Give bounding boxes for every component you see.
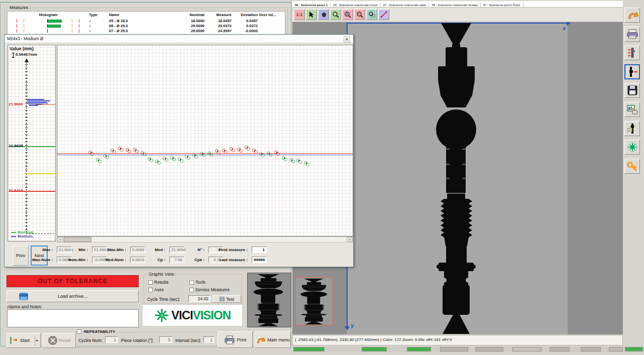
- data-point[interactable]: [111, 149, 117, 154]
- data-point[interactable]: [282, 156, 288, 162]
- part-preview-left[interactable]: [247, 273, 291, 327]
- zoom-out-button[interactable]: [354, 9, 365, 20]
- checkbox-axes[interactable]: Axes: [148, 287, 164, 292]
- alarms-notes-textarea[interactable]: [7, 309, 139, 327]
- data-point[interactable]: [88, 151, 95, 156]
- diagonal-line-icon: [380, 11, 387, 18]
- data-point[interactable]: [103, 154, 110, 160]
- data-point[interactable]: [133, 148, 140, 154]
- tab-00[interactable]: 00 - Scansione pezzo 1: [292, 3, 331, 7]
- print-icon-button[interactable]: [624, 27, 640, 42]
- tab-35[interactable]: 35 - Scansione rotazionale fresata: [429, 3, 480, 7]
- table-row[interactable]: ⌀07 - Ø 25.025.000024.9997-0.0003: [8, 29, 285, 34]
- data-point[interactable]: [252, 149, 259, 154]
- vici-about-button[interactable]: [624, 140, 640, 155]
- tools-button[interactable]: [624, 121, 640, 136]
- tolerance-mark: [24, 19, 24, 23]
- one-to-one-button[interactable]: 1:1: [294, 9, 305, 20]
- zoom-in-button[interactable]: [342, 9, 353, 20]
- data-point[interactable]: [163, 157, 169, 162]
- data-point[interactable]: [259, 152, 266, 158]
- scrollbar-thumb[interactable]: [64, 237, 91, 242]
- data-point[interactable]: [207, 152, 214, 157]
- checkbox-tools[interactable]: Tools: [189, 280, 205, 285]
- interval-field[interactable]: 1: [203, 336, 214, 343]
- chart-horizontal-scrollbar[interactable]: ‹ ›: [57, 236, 353, 243]
- tolerance-mark: [72, 19, 72, 23]
- scale-value-label: 0.00467mm: [16, 52, 37, 57]
- select-cursor-button[interactable]: [306, 9, 317, 20]
- data-point[interactable]: [200, 152, 206, 158]
- data-point[interactable]: [96, 158, 102, 164]
- results-button[interactable]: [624, 102, 640, 117]
- data-point[interactable]: [192, 154, 199, 159]
- statistics-panel: Prev Next Max :21.9691Min :21.9602Max-Mi…: [6, 244, 353, 267]
- main-menu-button[interactable]: Main menu: [255, 331, 291, 348]
- data-point[interactable]: [237, 148, 244, 153]
- start-dropdown-arrow[interactable]: ▸: [35, 335, 39, 345]
- data-point[interactable]: [267, 152, 273, 157]
- tab-37[interactable]: 37 - Scansione pezzo Posiz: [481, 3, 523, 7]
- stat-field-firstmeasure[interactable]: 1: [252, 247, 267, 253]
- test-button[interactable]: Test: [212, 295, 241, 303]
- cycles-num-field[interactable]: 1: [105, 336, 118, 343]
- point-dot: [143, 153, 144, 154]
- tab-25[interactable]: 25 - Scansione rotazionale Circol: [331, 3, 380, 7]
- point-dot: [180, 159, 181, 160]
- data-point[interactable]: [148, 157, 154, 163]
- data-point[interactable]: [126, 148, 132, 154]
- checkbox-box[interactable]: [148, 288, 153, 292]
- table-row[interactable]: ⌀06 - Ø 29.029.000029.03720.0372: [8, 24, 285, 29]
- start-button[interactable]: Start ▸: [7, 333, 41, 348]
- svg-text:V: V: [161, 314, 163, 317]
- checkbox-service-measures[interactable]: Service Measures: [189, 287, 230, 292]
- scroll-left-arrow[interactable]: ‹: [57, 237, 63, 242]
- data-point[interactable]: [118, 147, 125, 152]
- scroll-right-arrow[interactable]: ›: [347, 237, 353, 242]
- repeatability-label: REPEATABILITY: [83, 329, 116, 334]
- data-point[interactable]: [245, 146, 251, 151]
- zoom-window-button[interactable]: [366, 9, 377, 20]
- tab-27[interactable]: 27 - Scansione rotazionale dado: [380, 3, 429, 7]
- measure-line-button[interactable]: [378, 9, 389, 20]
- dialog-title-bar[interactable]: M24x3 - Medium Ø ×: [5, 35, 353, 43]
- measures-table[interactable]: HistogramTypeNameNominalMeasureDeviation…: [7, 11, 285, 36]
- stat-field-lastmeasure[interactable]: 99999: [252, 257, 267, 263]
- data-point[interactable]: [296, 159, 303, 164]
- table-row[interactable]: ⌀05 - Ø 18.018.000018.04570.0457: [8, 19, 285, 24]
- start-measure-button[interactable]: [624, 64, 640, 79]
- reset-button[interactable]: Reset: [43, 333, 76, 348]
- data-point[interactable]: [170, 156, 177, 162]
- cell-deviation: -0.0003: [233, 29, 258, 33]
- repeatability-checkbox[interactable]: [77, 329, 81, 334]
- save-button[interactable]: [624, 83, 640, 98]
- checkbox-box[interactable]: [189, 280, 194, 285]
- measures-list-button[interactable]: [624, 45, 640, 60]
- zoom-button[interactable]: [330, 9, 341, 20]
- load-archive-button[interactable]: Load archive...: [7, 290, 139, 302]
- checkbox-box[interactable]: [189, 288, 194, 292]
- cell-nominal: 25.0000: [176, 29, 204, 33]
- print-button[interactable]: Print: [218, 331, 253, 348]
- cell-deviation: 0.0372: [233, 24, 258, 28]
- access-key-button[interactable]: [624, 159, 640, 174]
- piece-rotation-field[interactable]: 0: [159, 336, 172, 343]
- dialog-close-button[interactable]: ×: [344, 36, 350, 43]
- data-point[interactable]: [274, 151, 281, 156]
- trend-chart[interactable]: [57, 45, 353, 236]
- data-point[interactable]: [155, 160, 162, 165]
- data-point[interactable]: [289, 158, 296, 164]
- alarms-label: Alarms and Notes:: [7, 304, 42, 309]
- data-point[interactable]: [185, 155, 191, 160]
- checkbox-box[interactable]: [148, 280, 153, 285]
- main-menu-icon-button[interactable]: [624, 8, 640, 23]
- data-point[interactable]: [304, 161, 310, 167]
- pan-hand-button[interactable]: [318, 9, 329, 20]
- data-point[interactable]: [178, 158, 184, 163]
- data-point[interactable]: [141, 151, 147, 157]
- checkbox-results[interactable]: Results: [148, 280, 168, 285]
- data-point[interactable]: [222, 149, 229, 154]
- part-preview-selected[interactable]: [295, 277, 333, 325]
- data-point[interactable]: [230, 147, 236, 153]
- data-point[interactable]: [215, 149, 222, 155]
